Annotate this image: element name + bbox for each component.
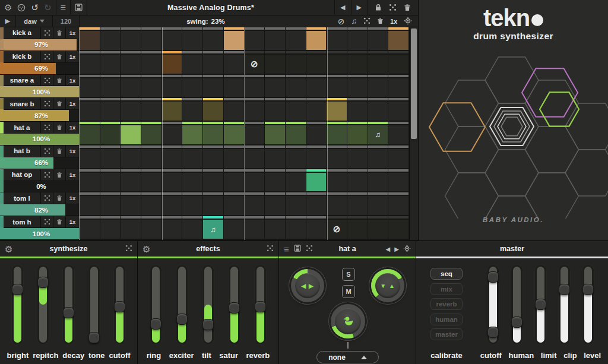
sidechain-source-dropdown[interactable]: none	[316, 351, 379, 363]
step-cell[interactable]	[121, 98, 141, 122]
slider-handle[interactable]	[582, 284, 594, 295]
step-cell[interactable]	[347, 51, 368, 75]
step-cell[interactable]	[327, 98, 347, 122]
step-cell[interactable]	[306, 216, 327, 240]
step-cell[interactable]	[141, 145, 162, 169]
track-rate-button[interactable]: 1x	[65, 169, 79, 181]
decay-slider[interactable]	[65, 267, 72, 343]
step-cell[interactable]	[245, 98, 265, 122]
step-cell[interactable]	[388, 122, 409, 145]
step-cell[interactable]	[100, 98, 121, 122]
undo-icon[interactable]: ↺	[31, 3, 39, 12]
step-cell[interactable]	[347, 192, 368, 216]
track-velocity-bar[interactable]: 0%	[4, 181, 79, 192]
step-cell[interactable]	[224, 122, 245, 145]
step-cell[interactable]	[347, 98, 368, 122]
step-cell[interactable]	[162, 122, 183, 145]
randomize-track-button[interactable]	[40, 51, 53, 62]
step-cell[interactable]	[388, 169, 409, 193]
randomize-track-button[interactable]	[40, 145, 53, 157]
save-icon[interactable]	[71, 0, 87, 15]
slider-handle[interactable]	[176, 314, 188, 325]
track-rate-button[interactable]: 1x	[65, 122, 79, 133]
cutoff-slider[interactable]	[489, 267, 497, 343]
step-cell[interactable]	[121, 192, 141, 216]
step-cell[interactable]	[306, 27, 327, 51]
step-cell[interactable]	[162, 169, 183, 193]
swing-control[interactable]: swing: 23%	[80, 15, 332, 27]
step-cell[interactable]	[306, 122, 327, 145]
step-cell[interactable]	[182, 98, 203, 122]
step-cell[interactable]	[265, 145, 286, 169]
step-cell[interactable]	[388, 98, 409, 122]
step-cell[interactable]	[224, 169, 245, 193]
cutoff-slider[interactable]	[116, 267, 124, 343]
step-cell[interactable]	[347, 169, 368, 193]
track-name[interactable]: tom h	[4, 216, 40, 227]
step-cell[interactable]	[100, 51, 121, 75]
step-cell[interactable]	[100, 145, 121, 169]
step-cell[interactable]	[182, 216, 203, 240]
slider-handle[interactable]	[487, 327, 499, 338]
global-rate-button[interactable]: 1x	[390, 18, 397, 25]
track-name[interactable]: hat a	[4, 122, 40, 133]
step-cell[interactable]	[80, 216, 100, 240]
step-cell[interactable]	[182, 75, 203, 99]
step-cell[interactable]	[203, 192, 224, 216]
track-velocity-bar[interactable]: 97%	[4, 39, 79, 50]
step-cell[interactable]	[121, 122, 141, 145]
step-cell[interactable]	[141, 27, 162, 51]
track-name[interactable]: hat op	[4, 169, 40, 181]
step-cell[interactable]	[368, 98, 389, 122]
clear-track-button[interactable]	[53, 216, 65, 227]
step-cell[interactable]	[100, 169, 121, 193]
slider-handle[interactable]	[88, 332, 100, 343]
step-cell[interactable]	[80, 169, 100, 193]
track-name[interactable]: kick a	[4, 27, 40, 39]
prev-preset-button[interactable]: ◀	[335, 0, 350, 15]
clear-track-button[interactable]	[53, 98, 65, 109]
slider-handle[interactable]	[229, 302, 240, 314]
step-cell[interactable]	[368, 192, 389, 216]
seq-button[interactable]: seq	[430, 268, 463, 280]
slider-handle[interactable]	[487, 271, 499, 283]
step-cell[interactable]	[245, 27, 265, 51]
menu-icon[interactable]: ≡	[284, 245, 289, 254]
trash-icon[interactable]	[404, 4, 411, 11]
satur-slider[interactable]	[230, 267, 238, 343]
slider-handle[interactable]	[202, 319, 214, 330]
step-cell[interactable]	[368, 27, 389, 51]
step-cell[interactable]	[203, 75, 224, 99]
step-cell[interactable]	[162, 51, 183, 75]
step-cell[interactable]	[80, 27, 100, 51]
step-cell[interactable]	[224, 145, 245, 169]
step-cell[interactable]	[162, 98, 183, 122]
randomize-track-button[interactable]	[40, 192, 53, 204]
track-velocity-bar[interactable]: 66%	[4, 157, 79, 169]
settings-gear-icon[interactable]: ⚙	[4, 3, 12, 12]
step-cell[interactable]	[100, 192, 121, 216]
step-cell[interactable]	[203, 98, 224, 122]
step-cell[interactable]	[182, 122, 203, 145]
step-cell[interactable]	[80, 122, 100, 145]
randomize-track-button[interactable]	[40, 27, 53, 39]
step-cell[interactable]	[245, 169, 265, 193]
randomize-track-button[interactable]	[40, 75, 53, 86]
step-cell[interactable]	[306, 145, 327, 169]
settings-gear-icon[interactable]: ⚙	[142, 245, 150, 254]
step-cell[interactable]	[141, 98, 162, 122]
step-cell[interactable]	[245, 216, 265, 240]
duck-knob[interactable]	[331, 304, 365, 338]
step-cell[interactable]	[224, 98, 245, 122]
target-icon[interactable]	[404, 17, 412, 26]
track-velocity-bar[interactable]: 82%	[4, 204, 79, 216]
step-cell[interactable]	[100, 75, 121, 99]
slider-handle[interactable]	[12, 284, 23, 295]
slider-handle[interactable]	[150, 318, 162, 330]
step-cell[interactable]	[162, 216, 183, 240]
step-cell[interactable]	[286, 192, 306, 216]
step-cell[interactable]	[286, 122, 306, 145]
step-cell[interactable]	[121, 51, 141, 75]
track-scrollbar[interactable]	[409, 27, 418, 240]
step-cell[interactable]	[265, 216, 286, 240]
